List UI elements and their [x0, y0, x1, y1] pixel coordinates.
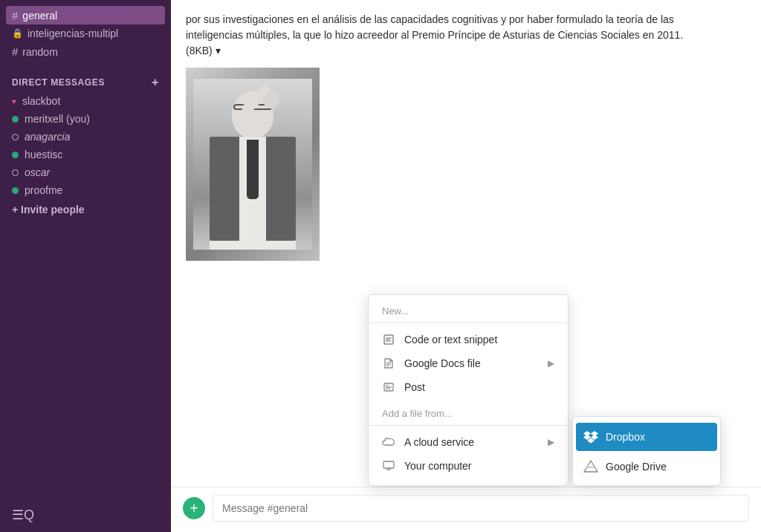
sidebar-item-random[interactable]: # random	[0, 42, 171, 61]
dm-huestisc[interactable]: huestisc	[0, 146, 171, 163]
gdrive-icon	[583, 459, 598, 474]
cloud-icon	[382, 435, 395, 449]
sidebar-item-general[interactable]: # general	[6, 6, 165, 25]
sidebar-item-inteligencias[interactable]: 🔒 inteligencias-multipl	[0, 25, 171, 42]
add-section-label: Add a file from...	[369, 405, 568, 424]
online-dot	[12, 152, 19, 158]
dropbox-label: Dropbox	[606, 431, 645, 443]
person-tie	[247, 140, 259, 199]
cloud-submenu: Dropbox Google Drive	[572, 416, 721, 486]
message-text: por sus investigaciones en el análisis d…	[186, 12, 706, 59]
dropdown-item-post[interactable]: Post	[369, 375, 568, 399]
svg-marker-19	[584, 461, 598, 472]
sidebar-bottom[interactable]: ☰Q	[0, 498, 171, 532]
gdocs-arrow: ▶	[548, 358, 554, 369]
divider	[369, 322, 568, 323]
cloud-label: A cloud service	[404, 436, 474, 448]
message-input[interactable]	[213, 495, 749, 522]
offline-dot	[12, 169, 19, 176]
channel-list: # general 🔒 inteligencias-multipl # rand…	[0, 0, 171, 67]
gdrive-label: Google Drive	[606, 461, 667, 473]
computer-icon	[382, 459, 395, 473]
sidebar: # general 🔒 inteligencias-multipl # rand…	[0, 0, 171, 532]
dm-proofme[interactable]: proofme	[0, 181, 171, 199]
offline-dot	[12, 134, 19, 140]
jacket-left	[210, 137, 239, 241]
cloud-arrow: ▶	[548, 437, 554, 447]
dm-meritxell[interactable]: meritxell (you)	[0, 110, 171, 128]
hash-icon: #	[12, 45, 18, 58]
heart-icon: ♥	[12, 97, 16, 106]
bw-photo	[186, 68, 320, 261]
dm-oscar[interactable]: oscar	[0, 163, 171, 181]
submenu-gdrive[interactable]: Google Drive	[573, 452, 720, 481]
channel-name: general	[22, 10, 57, 22]
submenu-dropbox[interactable]: Dropbox	[576, 423, 717, 451]
new-section-label: New...	[369, 302, 568, 321]
dm-section-title: DIRECT MESSAGES +	[0, 67, 171, 92]
online-dot	[12, 187, 19, 194]
snippet-label: Code or text snippet	[404, 334, 497, 346]
message-bar: +	[171, 487, 761, 532]
dropdown-item-computer[interactable]: Your computer	[369, 454, 568, 478]
svg-rect-11	[383, 461, 394, 468]
attach-button[interactable]: +	[183, 497, 205, 519]
online-dot	[12, 116, 19, 123]
attachment-dropdown: New... Code or text snippet	[368, 294, 569, 486]
gdocs-label: Google Docs file	[404, 357, 481, 369]
dropdown-item-gdocs[interactable]: Google Docs file ▶	[369, 351, 568, 375]
dropbox-icon	[583, 429, 598, 444]
post-icon	[382, 380, 395, 394]
dropdown-item-snippet[interactable]: Code or text snippet	[369, 328, 568, 351]
invite-people-button[interactable]: + Invite people	[0, 199, 171, 220]
lock-icon: 🔒	[12, 28, 23, 39]
computer-label: Your computer	[404, 460, 472, 472]
divider2	[369, 425, 568, 426]
channel-name: random	[22, 46, 57, 58]
main-content: por sus investigaciones en el análisis d…	[171, 0, 761, 532]
jacket-right	[266, 137, 296, 241]
channel-name: inteligencias-multipl	[27, 27, 118, 39]
person-hand	[263, 92, 279, 108]
filter-icon: ☰Q	[12, 507, 34, 523]
message-image	[186, 68, 320, 261]
dropdown-item-cloud[interactable]: A cloud service ▶	[369, 430, 568, 454]
dm-anagarcia[interactable]: anagarcia	[0, 128, 171, 146]
add-dm-icon[interactable]: +	[152, 76, 159, 89]
hash-icon: #	[12, 9, 18, 22]
dm-slackbot[interactable]: ♥ slackbot	[0, 92, 171, 110]
post-label: Post	[404, 381, 425, 393]
photo-inner	[193, 79, 312, 250]
snippet-icon	[382, 333, 395, 346]
gdocs-icon	[382, 357, 395, 370]
